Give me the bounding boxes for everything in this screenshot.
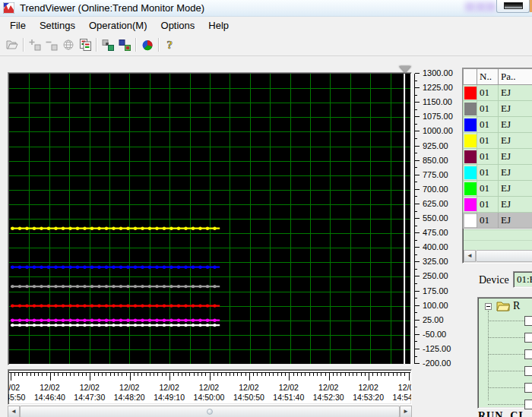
y-axis-label: 625.00 [423, 199, 448, 208]
param-color-cell [464, 213, 477, 229]
y-axis-label: 100.00 [423, 301, 448, 310]
param-color-cell [464, 101, 477, 117]
data-download-button[interactable] [116, 37, 133, 53]
x-axis-time: 14:54:10 [387, 393, 412, 403]
parameter-tree: R [477, 297, 532, 409]
tree-branch-line [488, 337, 524, 338]
tree-checkbox[interactable] [524, 349, 532, 359]
tree-checkbox[interactable] [524, 316, 532, 326]
x-axis-time: 14:47:30 [68, 393, 111, 403]
param-number-cell: 01 [477, 213, 499, 229]
menu-item-options[interactable]: Options [154, 17, 202, 34]
y-axis-label: 25.00 [423, 315, 444, 324]
pie-chart-button[interactable] [139, 37, 156, 53]
x-axis-time: 14:53:20 [347, 393, 390, 403]
menu-item-help[interactable]: Help [201, 17, 236, 34]
table-header-cell: N.. [477, 69, 499, 85]
x-axis-time: 14:50:50 [227, 393, 270, 403]
y-axis-label: 250.00 [423, 271, 448, 280]
scrollbar-grip-icon [207, 409, 213, 415]
time-scrollbar-thumb[interactable] [20, 406, 400, 417]
x-axis-time: 14:50:00 [188, 393, 230, 403]
table-row[interactable]: 01EJ [464, 101, 532, 117]
y-axis-label: 850.00 [423, 156, 448, 165]
data-upload-button[interactable] [100, 37, 116, 53]
toolbar-separator [23, 38, 24, 52]
scroll-left-arrow-icon[interactable]: ◄ [8, 406, 20, 417]
y-axis-label: 325.00 [423, 257, 448, 266]
param-number-cell: 01 [477, 165, 499, 181]
table-row[interactable]: 01EJ [464, 149, 532, 165]
param-number-cell: 01 [477, 181, 499, 197]
scroll-right-arrow-icon[interactable]: ► [400, 406, 412, 417]
help-button[interactable]: ? [162, 37, 179, 53]
trendviewer-window: TrendViewer (Online:Trend Monitor Mode) … [0, 0, 532, 417]
x-axis-date: 12/02 [148, 383, 191, 393]
table-header-cell [464, 69, 477, 85]
param-name-cell: EJ [499, 133, 532, 149]
table-row[interactable]: 01EJ [464, 181, 532, 197]
tree-checkbox[interactable] [524, 333, 532, 343]
param-number-cell: 01 [477, 101, 499, 117]
status-partial-text: RUN CL [478, 410, 527, 417]
remove-trend-icon [46, 39, 58, 51]
param-color-swatch [464, 182, 477, 195]
table-row[interactable]: 01EJ [464, 165, 532, 181]
titlebar-artifact [465, 2, 475, 11]
param-color-cell [464, 117, 477, 133]
table-row[interactable]: 01EJ [464, 85, 532, 101]
scroll-left-arrow-icon[interactable]: ◄ [464, 250, 476, 262]
x-axis-time: 14:49:10 [148, 393, 191, 403]
table-scrollbar-thumb[interactable] [476, 250, 532, 262]
toolbar: ? [0, 34, 532, 56]
menu-bar: FileSettingsOperation(M)OptionsHelp [0, 17, 532, 34]
tree-checkbox[interactable] [524, 383, 532, 393]
x-axis-time: 14:45:50 [8, 393, 31, 403]
tree-checkbox[interactable] [524, 400, 532, 409]
help-icon: ? [164, 39, 176, 51]
x-axis-date: 12/02 [28, 383, 71, 393]
param-color-cell [464, 165, 477, 181]
table-row[interactable]: 01EJ [464, 133, 532, 149]
param-color-swatch [464, 103, 477, 115]
maximize-button[interactable] [496, 0, 530, 13]
param-name-cell: EJ [499, 197, 532, 213]
folder-icon [496, 301, 510, 314]
time-scrollbar[interactable]: ◄ ► [8, 406, 412, 417]
menu-item-operation-m[interactable]: Operation(M) [82, 17, 154, 34]
param-color-swatch [464, 214, 477, 227]
add-trend-button [27, 37, 43, 53]
param-name-cell: EJ [499, 117, 532, 133]
param-name-cell: EJ [499, 213, 532, 229]
add-trend-icon [29, 39, 41, 51]
x-axis-label: 12/0214:45:50 [8, 383, 31, 403]
x-axis-label: 12/0214:46:40 [28, 383, 71, 403]
collapse-icon[interactable] [485, 303, 492, 310]
tree-root-label: R [513, 300, 520, 312]
copy-settings-button[interactable] [77, 37, 93, 53]
table-row[interactable]: 01EJ [464, 117, 532, 133]
param-color-cell [464, 197, 477, 213]
tree-branch-line [488, 321, 524, 321]
y-axis-label: 475.00 [423, 228, 448, 237]
tree-checkbox[interactable] [524, 366, 532, 376]
menu-item-file[interactable]: File [3, 17, 33, 34]
param-color-swatch [464, 118, 477, 131]
window-title: TrendViewer (Online:Trend Monitor Mode) [20, 0, 204, 17]
tree-branch-line [488, 387, 524, 388]
device-combobox[interactable]: 01:E [513, 271, 532, 288]
pie-chart-icon [141, 39, 154, 51]
x-axis-label: 12/0214:52:30 [307, 383, 350, 403]
time-cursor-handle[interactable] [399, 66, 411, 73]
trend-plot[interactable] [9, 74, 410, 364]
y-axis-ticks [413, 73, 422, 365]
table-row[interactable]: 01EJ [464, 213, 532, 229]
x-axis-date: 12/02 [68, 383, 111, 393]
menu-item-settings[interactable]: Settings [33, 17, 82, 34]
y-axis-label: 400.00 [423, 242, 448, 251]
param-name-cell: EJ [499, 165, 532, 181]
x-axis-date: 12/02 [108, 383, 150, 393]
y-axis-label: 925.00 [423, 141, 448, 150]
table-h-scrollbar[interactable]: ◄ [464, 250, 532, 262]
table-row[interactable]: 01EJ [464, 197, 532, 213]
